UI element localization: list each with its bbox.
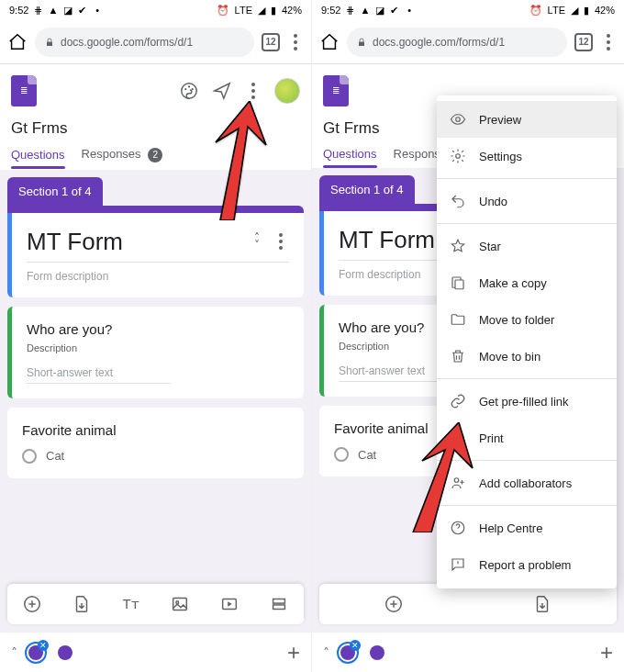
feedback-icon (450, 556, 466, 573)
bottom-tabbar: ˄ ✕ + (0, 632, 311, 672)
q2-option-1[interactable]: Cat (22, 449, 289, 464)
menu-settings[interactable]: Settings (437, 138, 617, 174)
menu-collab[interactable]: Add collaborators (437, 465, 617, 501)
forms-logo-icon[interactable]: ≣ (323, 75, 349, 106)
home-icon[interactable] (319, 32, 340, 52)
form-desc-input[interactable]: Form description (27, 270, 289, 283)
overflow-menu: Preview Settings Undo Star Make a copy M… (437, 95, 617, 588)
import-icon[interactable] (72, 594, 92, 614)
doc-title[interactable]: Gt Frms (11, 119, 300, 138)
menu-copy[interactable]: Make a copy (437, 264, 617, 301)
q2-title[interactable]: Favorite animal (22, 422, 289, 438)
url-box[interactable]: docs.google.com/forms/d/1 (35, 28, 254, 57)
svg-point-16 (454, 478, 459, 483)
tab-count[interactable]: 12 (262, 33, 280, 51)
palette-icon[interactable] (179, 81, 199, 101)
open-tab-1[interactable]: ✕ (337, 642, 359, 664)
svg-rect-6 (173, 599, 187, 610)
status-bar: 9:52 ⋕▲◪✔ • ⏰ LTE ◢▮ 42% (312, 0, 624, 20)
tab-questions[interactable]: Questions (323, 147, 377, 168)
question-card-1[interactable]: Who are you? Description Short-answer te… (7, 307, 304, 398)
status-bar: 9:52 ⋕ ▲ ◪ ✔ • ⏰ LTE ◢ ▮ 42% (0, 0, 311, 20)
open-tab-2[interactable] (366, 642, 388, 664)
url-text: docs.google.com/forms/d/1 (61, 36, 193, 49)
print-icon (450, 430, 466, 446)
menu-prefilled[interactable]: Get pre-filled link (437, 383, 617, 420)
browser-bar: docs.google.com/forms/d/1 12 (0, 20, 311, 64)
card-menu-icon[interactable] (273, 233, 289, 250)
svg-rect-9 (273, 599, 285, 604)
chevron-up-icon[interactable]: ˄ (323, 645, 329, 660)
notif-icon: ⋕ (34, 5, 42, 17)
form-title-input[interactable]: MT Form (27, 228, 254, 256)
q1-title[interactable]: Who are you? (27, 321, 289, 337)
browser-menu-icon[interactable] (600, 34, 617, 50)
battery-text: 42% (282, 5, 302, 16)
send-icon[interactable] (212, 81, 232, 101)
section-label[interactable]: Section 1 of 4 (319, 175, 415, 204)
lock-icon (44, 37, 55, 48)
browser-menu-icon[interactable] (287, 34, 304, 50)
url-box[interactable]: docs.google.com/forms/d/1 (347, 28, 567, 57)
notif-icon: ✔ (78, 5, 86, 17)
chevron-up-icon[interactable]: ˄ (11, 645, 17, 660)
add-question-icon[interactable] (384, 594, 404, 614)
menu-star[interactable]: Star (437, 228, 617, 264)
notif-icon: ▲ (48, 5, 58, 16)
video-icon[interactable] (219, 594, 240, 614)
menu-move-bin[interactable]: Move to bin (437, 338, 617, 375)
status-time: 9:52 (9, 5, 28, 16)
text-icon[interactable]: Tᴛ (121, 594, 141, 614)
open-tab-2[interactable] (54, 642, 76, 664)
add-user-icon (450, 475, 466, 491)
tab-count[interactable]: 12 (574, 33, 593, 51)
form-content: Section 1 of 4 MT Form ˄˅ Form descripti… (0, 170, 311, 486)
open-tab-1[interactable]: ✕ (25, 642, 47, 664)
undo-icon (450, 193, 466, 209)
svg-rect-0 (47, 41, 52, 46)
menu-help[interactable]: Help Centre (437, 510, 617, 546)
tab-responses[interactable]: Responses 2 (82, 147, 163, 170)
avatar[interactable] (274, 78, 300, 104)
home-icon[interactable] (7, 32, 28, 52)
question-toolbox: Tᴛ (7, 584, 304, 624)
add-question-icon[interactable] (22, 594, 42, 614)
svg-point-3 (188, 85, 190, 87)
collapse-icon[interactable]: ˄˅ (254, 234, 260, 250)
svg-point-4 (192, 88, 194, 90)
gear-icon (450, 148, 466, 164)
forms-logo-icon[interactable]: ≣ (11, 75, 37, 106)
q1-desc[interactable]: Description (27, 342, 289, 353)
menu-move-folder[interactable]: Move to folder (437, 301, 617, 338)
copy-icon (450, 274, 466, 291)
svg-rect-10 (273, 605, 285, 610)
battery-icon: ▮ (271, 5, 276, 17)
menu-undo[interactable]: Undo (437, 183, 617, 219)
menu-report[interactable]: Report a problem (437, 546, 617, 583)
more-menu-icon[interactable] (245, 83, 262, 99)
response-count-badge: 2 (148, 148, 162, 162)
section-label[interactable]: Section 1 of 4 (7, 177, 103, 206)
question-toolbox (319, 584, 617, 624)
right-screenshot: 9:52 ⋕▲◪✔ • ⏰ LTE ◢▮ 42% docs.google.com… (312, 0, 624, 672)
menu-print[interactable]: Print (437, 420, 617, 456)
new-tab-button[interactable]: + (287, 640, 300, 666)
eye-icon (450, 111, 466, 128)
q1-answer-placeholder: Short-answer text (27, 366, 171, 384)
import-icon[interactable] (532, 594, 552, 614)
left-screenshot: 9:52 ⋕ ▲ ◪ ✔ • ⏰ LTE ◢ ▮ 42% docs.google… (0, 0, 312, 672)
menu-preview[interactable]: Preview (437, 101, 617, 138)
new-tab-button[interactable]: + (600, 640, 613, 666)
image-icon[interactable] (170, 594, 190, 614)
section-icon[interactable] (269, 594, 289, 614)
notif-icon: ◪ (63, 5, 72, 17)
network-label: LTE (235, 5, 252, 16)
bin-icon (450, 348, 466, 364)
question-card-2[interactable]: Favorite animal Cat (7, 408, 304, 478)
title-card[interactable]: MT Form ˄˅ Form description (7, 213, 304, 297)
svg-point-2 (184, 88, 186, 90)
star-icon (450, 238, 466, 254)
svg-point-1 (182, 84, 197, 99)
browser-bar: docs.google.com/forms/d/1 12 (312, 20, 624, 64)
tab-questions[interactable]: Questions (11, 148, 65, 169)
